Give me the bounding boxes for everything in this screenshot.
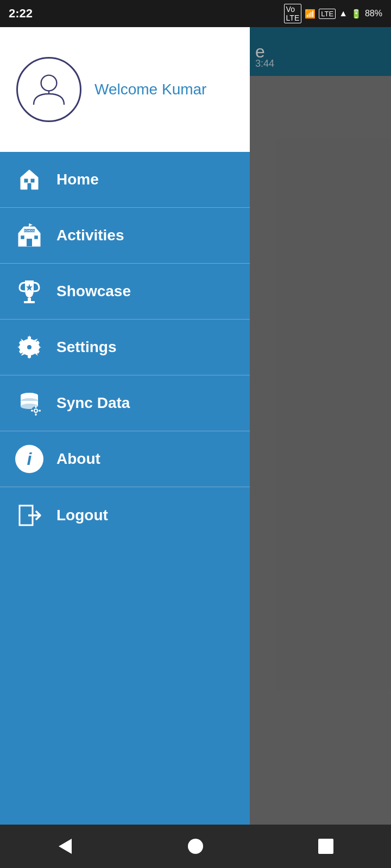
navigation-drawer: Welcome Kumar Home <box>0 27 250 868</box>
sync-icon <box>15 389 43 417</box>
svg-marker-12 <box>29 224 33 226</box>
avatar <box>16 57 81 122</box>
sync-data-label: Sync Data <box>56 394 130 412</box>
welcome-text: Welcome Kumar <box>94 81 206 98</box>
status-time: 2:22 <box>9 7 33 21</box>
svg-point-0 <box>41 75 57 91</box>
svg-rect-6 <box>27 239 32 246</box>
battery-icon: 🔋 <box>351 9 362 19</box>
home-button[interactable] <box>179 835 212 857</box>
svg-rect-13 <box>28 298 31 301</box>
svg-rect-32 <box>31 410 33 412</box>
sidebar-item-sync-data[interactable]: Sync Data <box>0 375 250 431</box>
sidebar-item-home[interactable]: Home <box>0 152 250 208</box>
svg-rect-38 <box>318 839 333 854</box>
activities-label: Activities <box>56 227 124 244</box>
sidebar-item-logout[interactable]: Logout <box>0 487 250 543</box>
settings-label: Settings <box>56 339 116 356</box>
sidebar-item-settings[interactable]: Settings <box>0 320 250 375</box>
svg-rect-2 <box>24 178 28 183</box>
svg-rect-30 <box>35 406 37 408</box>
status-bar: 2:22 VoLTE 📶 LTE ▲ 🔋 88% <box>0 0 391 27</box>
sidebar-item-showcase[interactable]: Showcase <box>0 264 250 320</box>
sidebar-item-activities[interactable]: SCHOOL Activities <box>0 208 250 264</box>
showcase-label: Showcase <box>56 283 131 300</box>
svg-text:SCHOOL: SCHOOL <box>23 229 35 232</box>
lte-icon: LTE <box>319 9 336 19</box>
svg-point-37 <box>188 839 203 854</box>
svg-marker-36 <box>59 839 72 854</box>
settings-icon <box>15 333 43 361</box>
recent-apps-button[interactable] <box>310 835 342 857</box>
bottom-nav <box>0 825 391 868</box>
svg-rect-3 <box>30 178 35 183</box>
about-label: About <box>56 450 100 468</box>
svg-rect-14 <box>24 301 35 303</box>
status-icons: VoLTE 📶 LTE ▲ 🔋 88% <box>284 4 382 23</box>
menu-list: Home SCHOOL <box>0 152 250 868</box>
back-button[interactable] <box>49 835 81 857</box>
svg-point-29 <box>35 410 37 412</box>
showcase-icon <box>15 277 43 305</box>
svg-point-19 <box>27 345 31 349</box>
sidebar-item-about[interactable]: i About <box>0 431 250 487</box>
signal-icon: ▲ <box>339 9 348 18</box>
drawer-header: Welcome Kumar <box>0 27 250 152</box>
svg-rect-7 <box>21 235 24 239</box>
home-icon <box>15 165 43 194</box>
avatar-svg <box>27 68 71 111</box>
battery-percent: 88% <box>365 9 382 18</box>
logout-icon <box>15 501 43 529</box>
wifi-icon: 📶 <box>305 9 316 19</box>
activities-icon: SCHOOL <box>15 221 43 250</box>
svg-rect-31 <box>35 413 37 416</box>
volte-icon: VoLTE <box>284 4 302 23</box>
svg-rect-33 <box>39 410 41 412</box>
logout-label: Logout <box>56 507 108 524</box>
about-icon: i <box>15 445 43 473</box>
svg-rect-8 <box>34 235 38 239</box>
home-label: Home <box>56 171 99 188</box>
